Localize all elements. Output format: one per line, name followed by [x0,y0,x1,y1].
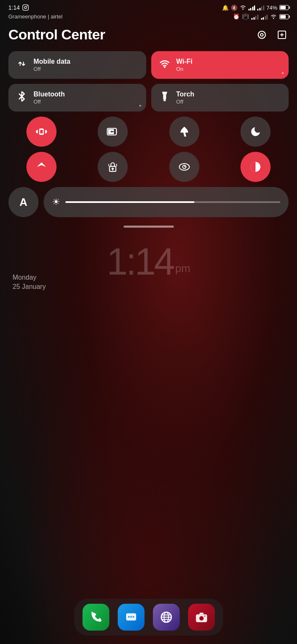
settings-icon [256,29,267,40]
carrier-right-icons: ⏰ 📳 74 [233,13,289,20]
torch-name: Torch [176,91,194,98]
cc-header: Control Center [8,26,289,43]
status-indicators: 🔔 🔇 74% [222,5,289,11]
time-display: 1:14 [8,4,20,11]
battery-icon [279,5,289,10]
messages-icon [124,610,138,624]
top-tiles: Mobile data Off Wi-Fi On ▸ [8,51,289,112]
bluetooth-name: Bluetooth [34,91,65,98]
mobile-data-status: Off [34,66,70,72]
wifi-tile-icon [159,60,170,70]
dock-phone[interactable] [83,604,109,631]
svg-point-1 [25,6,27,8]
torch-tile-icon [159,91,170,104]
edit-icon-btn[interactable] [275,28,289,42]
dark-mode-svg [250,161,261,173]
airplane-btn[interactable] [169,117,199,147]
location-svg [36,161,47,172]
svg-rect-0 [23,5,28,10]
alarm-icon-2: ⏰ [233,13,240,20]
wifi-tile-svg [159,60,170,68]
torch-svg [161,91,168,102]
screen-lock-svg [107,161,118,172]
bluetooth-status: Off [34,99,65,105]
torch-tile[interactable]: Torch Off [151,84,289,112]
screen-lock-btn[interactable] [98,152,128,182]
mute-icon: 🔇 [231,5,238,11]
torch-text: Torch Off [176,91,194,105]
vibrate-svg [36,126,47,137]
battery-saver-btn[interactable] [98,117,128,147]
bluetooth-svg [18,91,26,101]
brightness-bar[interactable]: ☀ [44,187,289,217]
icon-row-2 [8,152,289,182]
moon-svg [250,126,261,138]
airplane-svg [178,126,190,138]
lock-time-display: 1:14 pm [107,240,191,283]
signal-bars-2 [257,5,264,10]
status-bar: 1:14 🔔 🔇 74% [0,0,297,13]
location-btn[interactable] [26,152,57,182]
battery-percent: 74% [266,5,277,11]
svg-point-5 [258,31,265,38]
svg-point-30 [200,617,203,620]
dock [74,599,223,636]
svg-point-2 [27,5,28,6]
mobile-data-tile[interactable]: Mobile data Off [8,51,146,79]
dock-browser[interactable] [153,604,180,631]
eye-comfort-btn[interactable] [169,152,199,182]
brightness-track [65,201,280,203]
svg-point-23 [128,616,129,618]
carrier-name: Grameenphone | airtel [8,13,62,20]
lock-time: 1:14 [107,241,173,283]
brightness-icon: ☀ [52,197,60,208]
bluetooth-tile-icon [16,91,28,104]
wifi-icon-2 [270,14,277,19]
svg-point-6 [261,33,263,36]
mobile-data-text: Mobile data Off [34,58,70,72]
wifi-icon [240,5,246,10]
bluetooth-expand: ▸ [139,103,142,108]
do-not-disturb-btn[interactable] [240,117,271,147]
font-size-btn[interactable]: A [8,187,39,217]
eye-svg [178,162,190,171]
carrier-signal-1 [251,14,258,20]
svg-point-4 [273,18,274,19]
mobile-data-name: Mobile data [34,58,70,65]
wifi-expand: ▸ [282,70,284,75]
cc-header-icons [255,28,289,42]
svg-rect-10 [163,100,165,101]
vibrate-icon-2: 📳 [242,13,249,20]
phone-icon [89,610,103,624]
svg-rect-9 [163,95,166,100]
dock-camera[interactable] [188,604,215,631]
svg-point-3 [243,9,244,10]
home-indicator[interactable] [124,226,174,228]
camera-icon [195,610,208,624]
icon-row-1 [8,117,289,147]
lock-screen: Monday 25 January 1:14 pm [0,249,297,305]
browser-icon [160,610,173,624]
battery-saver-svg [107,127,119,136]
vibrate-btn[interactable] [26,117,57,147]
svg-point-25 [132,616,134,618]
control-center: Control Center [0,22,297,244]
wifi-name: Wi-Fi [176,58,193,65]
svg-point-8 [164,66,165,68]
lock-time-suffix: pm [175,262,190,275]
signal-bars-1 [248,5,256,10]
bluetooth-tile[interactable]: Bluetooth Off ▸ [8,84,146,112]
wifi-tile[interactable]: Wi-Fi On ▸ [151,51,289,79]
bluetooth-text: Bluetooth Off [34,91,65,105]
brightness-fill [65,201,194,203]
dock-messages[interactable] [118,604,145,631]
settings-icon-btn[interactable] [255,28,269,42]
carrier-bar: Grameenphone | airtel ⏰ 📳 74 [0,13,297,22]
dark-mode-btn[interactable] [240,152,271,182]
status-time: 1:14 [8,4,29,11]
torch-status: Off [176,99,194,105]
battery-icon-2: 74 [279,14,289,19]
alarm-icon: 🔔 [222,5,229,11]
lock-date: 25 January [13,283,284,291]
mobile-data-icon [16,59,28,71]
